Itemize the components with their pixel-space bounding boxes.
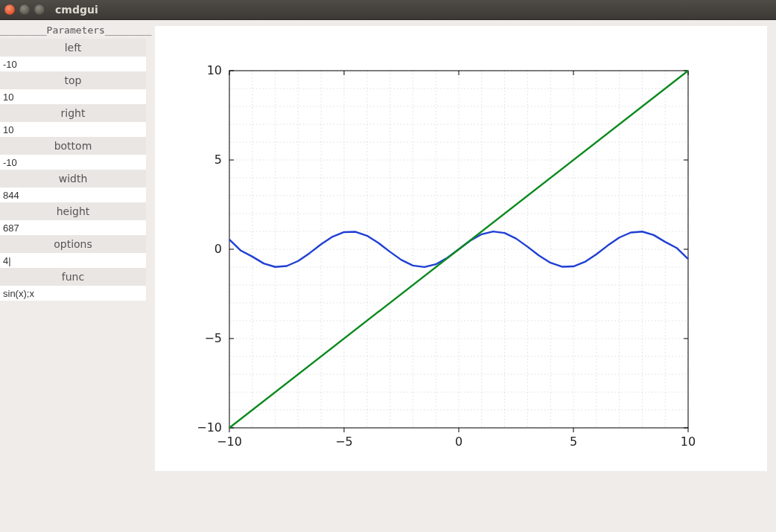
window-title: cmdgui	[55, 4, 98, 16]
svg-text:10: 10	[207, 63, 222, 77]
maximize-icon[interactable]	[34, 4, 45, 15]
svg-text:0: 0	[455, 435, 462, 449]
svg-text:−10: −10	[217, 435, 242, 449]
param-label-left: left	[0, 39, 146, 57]
plot-container: −10−50510−10−50510	[146, 20, 776, 532]
param-input-right[interactable]	[0, 122, 146, 137]
minimize-icon[interactable]	[19, 4, 30, 15]
svg-text:5: 5	[214, 153, 222, 167]
parameters-header: ________Parameters________	[0, 23, 146, 39]
svg-text:−5: −5	[335, 435, 353, 449]
param-label-height: height	[0, 202, 146, 220]
window-titlebar: cmdgui	[0, 0, 776, 20]
param-input-height[interactable]	[0, 220, 146, 235]
param-label-options: options	[0, 235, 146, 253]
param-input-options[interactable]	[0, 253, 146, 268]
param-label-right: right	[0, 104, 146, 122]
close-icon[interactable]	[4, 4, 15, 15]
param-label-bottom: bottom	[0, 137, 146, 155]
plot-canvas: −10−50510−10−50510	[155, 26, 767, 471]
param-input-func[interactable]	[0, 286, 146, 301]
svg-text:0: 0	[214, 242, 222, 256]
svg-text:−5: −5	[204, 331, 222, 345]
param-input-left[interactable]	[0, 57, 146, 71]
svg-text:5: 5	[570, 435, 577, 449]
svg-text:−10: −10	[197, 420, 222, 435]
chart: −10−50510−10−50510	[155, 26, 767, 471]
parameters-panel: ________Parameters________ left top righ…	[0, 20, 146, 532]
param-label-func: func	[0, 268, 146, 286]
param-label-top: top	[0, 71, 146, 89]
svg-text:10: 10	[681, 435, 696, 449]
param-input-bottom[interactable]	[0, 155, 146, 170]
param-input-width[interactable]	[0, 188, 146, 202]
param-label-width: width	[0, 170, 146, 188]
param-input-top[interactable]	[0, 89, 146, 104]
